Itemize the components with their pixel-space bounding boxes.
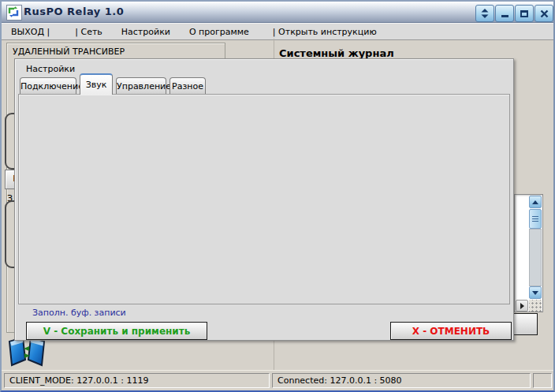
menu-network[interactable]: | Сеть [65, 27, 112, 37]
rollup-button[interactable] [475, 5, 494, 22]
menu-open-manual[interactable]: | Открыть инструкцию [263, 27, 386, 37]
status-extra-panel [533, 373, 552, 388]
arrow-up-icon [532, 200, 538, 204]
rollup-icon [480, 8, 490, 19]
arrow-down-icon [532, 291, 538, 295]
scroll-track[interactable] [529, 229, 542, 286]
system-log-title: Системный журнал [279, 47, 394, 59]
main-window: RusPO Relay 1.0 ВЫХОД | | Сеть Настройки… [0, 0, 555, 392]
remote-transceiver-title: УДАЛЕННЫЙ ТРАНСИВЕР [13, 47, 125, 57]
tab-sound[interactable]: Звук [80, 73, 113, 95]
log-listbox[interactable] [514, 194, 543, 312]
menu-bar: ВЫХОД | | Сеть Настройки О программе | О… [2, 23, 553, 40]
cancel-button[interactable]: X - ОТМЕНИТЬ [390, 322, 512, 340]
minimize-button[interactable] [495, 5, 514, 22]
tab-misc[interactable]: Разное [169, 77, 206, 95]
scroll-right-button[interactable] [516, 300, 528, 312]
sound-tab-page [18, 94, 510, 304]
maximize-button[interactable] [515, 5, 534, 22]
dialog-caption: Настройки [26, 64, 75, 74]
arrow-right-icon [520, 303, 524, 309]
title-bar[interactable]: RusPO Relay 1.0 [2, 2, 553, 23]
grip-icon [532, 216, 538, 222]
tab-connection[interactable]: Подключение [20, 77, 76, 95]
buffer-fill-label: Заполн. буф. записи [32, 308, 126, 318]
save-apply-button[interactable]: V - Сохранить и применить [26, 322, 207, 340]
menu-settings[interactable]: Настройки [112, 27, 180, 37]
menu-exit[interactable]: ВЫХОД | [2, 27, 59, 37]
scroll-down-button[interactable] [529, 286, 542, 299]
maximize-icon [520, 10, 528, 17]
close-icon [540, 9, 549, 18]
close-button[interactable] [535, 5, 553, 22]
scroll-up-button[interactable] [529, 196, 542, 208]
app-icon [6, 5, 22, 21]
settings-dialog: Настройки Подключение Звук Управление Ра… [14, 58, 514, 341]
resize-grip[interactable] [529, 300, 542, 312]
menu-about[interactable]: О программе [180, 27, 259, 37]
status-client-mode: CLIENT_MODE: 127.0.0.1 : 1119 [4, 373, 270, 388]
status-connected: Connected: 127.0.0.1 : 5080 [272, 373, 531, 388]
tab-control[interactable]: Управление [116, 77, 166, 95]
scroll-thumb[interactable] [529, 209, 542, 229]
minimize-icon [501, 15, 508, 17]
window-title: RusPO Relay 1.0 [24, 6, 124, 17]
status-bar: CLIENT_MODE: 127.0.0.1 : 1119 Connected:… [2, 370, 553, 391]
background-partial-button2[interactable] [512, 313, 538, 335]
